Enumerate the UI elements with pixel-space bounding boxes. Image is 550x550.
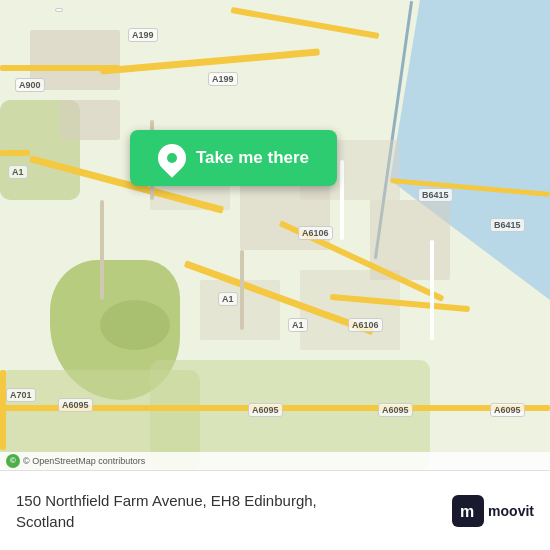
location-pin-icon: [152, 138, 192, 178]
label-a1-2: A1: [218, 292, 238, 306]
label-b6415-2: B6415: [490, 218, 525, 232]
label-a1-3: A1: [288, 318, 308, 332]
minor-road-5: [430, 240, 434, 340]
address-text: 150 Northfield Farm Avenue, EH8 Edinburg…: [16, 490, 317, 532]
minor-road-4: [340, 160, 344, 240]
label-a6095-4: A6095: [490, 403, 525, 417]
minor-road-3: [240, 250, 244, 330]
map-area: A199 A199 A900 A1 A1 A1 A6106 A6106 B641…: [0, 0, 550, 470]
road-a900: [0, 65, 120, 71]
label-a6095-1: A6095: [58, 398, 93, 412]
cta-label: Take me there: [196, 148, 309, 168]
moovit-logo: m moovit: [452, 495, 534, 527]
label-a701: A701: [6, 388, 36, 402]
info-bar: 150 Northfield Farm Avenue, EH8 Edinburg…: [0, 470, 550, 550]
road-a701: [0, 370, 6, 450]
moovit-m-svg: m: [457, 500, 479, 522]
label-a900: A900: [15, 78, 45, 92]
moovit-text: moovit: [488, 503, 534, 519]
osm-logo: ©: [6, 454, 20, 468]
minor-road-2: [100, 200, 104, 300]
label-a6106-1: A6106: [298, 226, 333, 240]
label-a199-2: A199: [208, 72, 238, 86]
label-a1-1: A1: [8, 165, 28, 179]
cta-container: Take me there: [130, 130, 337, 186]
label-a6095-3: A6095: [378, 403, 413, 417]
attribution-text: © OpenStreetMap contributors: [23, 456, 145, 466]
label-a6095-2: A6095: [248, 403, 283, 417]
svg-text:m: m: [460, 503, 474, 520]
label-water-leith: [55, 8, 63, 12]
take-me-there-button[interactable]: Take me there: [130, 130, 337, 186]
label-a199-1: A199: [128, 28, 158, 42]
label-a6106-2: A6106: [348, 318, 383, 332]
green-space: [100, 300, 170, 350]
urban-nw2: [60, 100, 120, 140]
map-attribution: © © OpenStreetMap contributors: [0, 452, 550, 470]
moovit-icon: m: [452, 495, 484, 527]
road-a1-nw: [0, 150, 30, 156]
label-b6415: B6415: [418, 188, 453, 202]
